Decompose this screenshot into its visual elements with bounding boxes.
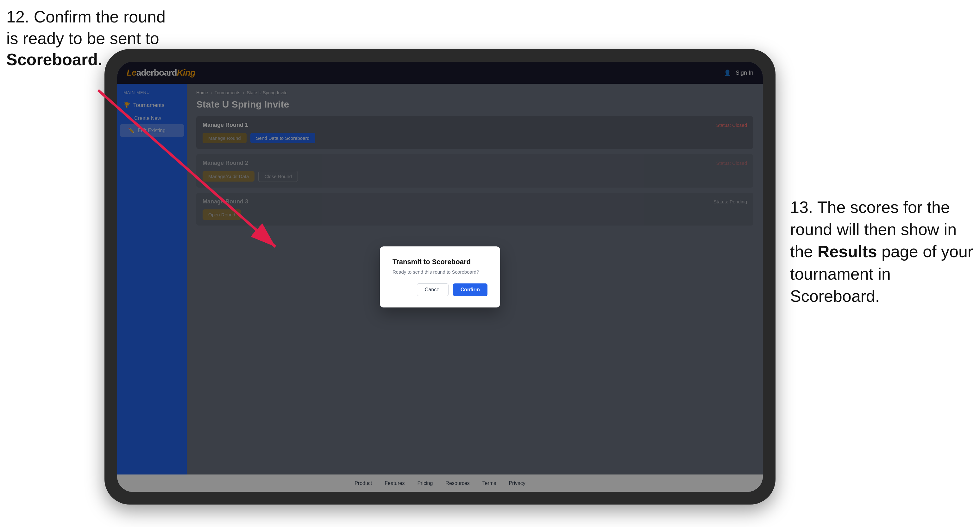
modal-subtitle: Ready to send this round to Scoreboard? [393,269,487,275]
modal-confirm-button[interactable]: Confirm [453,283,487,296]
modal-title: Transmit to Scoreboard [393,258,487,266]
annotation-line-2: is ready to be sent to [6,28,165,49]
annotation-line-3: Scoreboard. [6,49,165,71]
annotation-bottom: 13. The scores for the round will then s… [790,196,974,307]
annotation-line-1: 12. Confirm the round [6,6,165,28]
annotation-top: 12. Confirm the round is ready to be sen… [6,6,165,71]
modal-overlay: Transmit to Scoreboard Ready to send thi… [117,62,763,492]
app-layout: LeaderboardKing 👤 Sign In MAIN MENU 🏆 To… [117,62,763,492]
tablet-frame: LeaderboardKing 👤 Sign In MAIN MENU 🏆 To… [105,49,776,505]
modal-cancel-button[interactable]: Cancel [417,283,449,296]
modal-actions: Cancel Confirm [393,283,487,296]
annotation-bold: Results [818,242,877,261]
transmit-modal: Transmit to Scoreboard Ready to send thi… [380,246,500,308]
tablet-screen: LeaderboardKing 👤 Sign In MAIN MENU 🏆 To… [117,62,763,492]
